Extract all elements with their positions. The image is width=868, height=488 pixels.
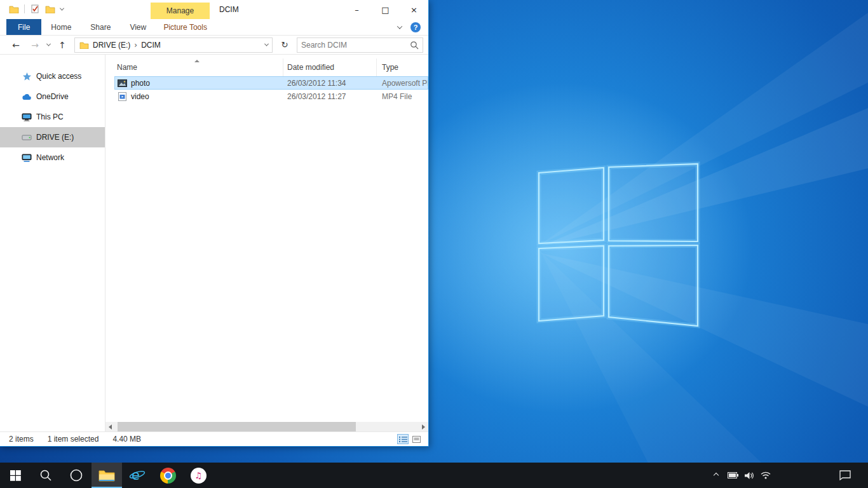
- star-icon: [22, 71, 32, 81]
- recent-locations-chevron-icon[interactable]: [46, 42, 51, 46]
- speaker-icon[interactable]: [741, 463, 757, 488]
- file-date-modified: 26/03/2012 11:27: [283, 92, 377, 101]
- file-list-pane: Name Date modified Type photo 26/03/2012…: [105, 55, 428, 431]
- column-header-type[interactable]: Type: [377, 58, 428, 76]
- file-explorer-taskbar-button[interactable]: [92, 463, 122, 488]
- search-input[interactable]: [301, 41, 410, 50]
- itunes-icon: ♫: [191, 468, 207, 484]
- photo-file-icon: [117, 78, 127, 88]
- window-title: DCIM: [219, 5, 239, 14]
- column-header-name[interactable]: Name: [105, 58, 283, 76]
- breadcrumb-segment-drive[interactable]: DRIVE (E:): [93, 41, 130, 50]
- expand-ribbon-chevron-icon[interactable]: [397, 24, 402, 29]
- breadcrumb-segment-dcim[interactable]: DCIM: [141, 41, 161, 50]
- status-bar: 2 items 1 item selected 4.40 MB: [0, 431, 428, 446]
- explorer-window: Manage DCIM – □ × File Home Share View P…: [0, 0, 429, 447]
- sidebar-item-quick-access[interactable]: Quick access: [0, 66, 105, 86]
- tab-picture-tools[interactable]: Picture Tools: [156, 19, 215, 35]
- new-folder-icon[interactable]: [45, 4, 55, 14]
- start-button[interactable]: [0, 463, 31, 488]
- chrome-icon: [160, 468, 176, 484]
- folder-icon: [79, 40, 89, 50]
- column-header-date-modified[interactable]: Date modified: [283, 58, 377, 76]
- action-center-icon[interactable]: [830, 463, 860, 488]
- sidebar-item-label: Quick access: [36, 72, 81, 81]
- hidden-icons-chevron-icon[interactable]: [708, 463, 724, 488]
- file-row-video[interactable]: video 26/03/2012 11:27 MP4 File: [114, 90, 428, 103]
- file-type: Apowersoft Pho: [377, 79, 428, 88]
- address-dropdown-chevron-icon[interactable]: [264, 42, 269, 46]
- sidebar-item-label: This PC: [36, 112, 64, 121]
- scrollbar-thumb[interactable]: [118, 422, 356, 431]
- search-box[interactable]: [297, 37, 423, 53]
- close-button[interactable]: ×: [400, 0, 428, 19]
- help-icon[interactable]: ?: [410, 22, 421, 32]
- back-button[interactable]: ←: [9, 40, 23, 50]
- status-items-count: 2 items: [9, 435, 34, 444]
- ribbon-tab-row: File Home Share View Picture Tools ?: [0, 19, 428, 36]
- navigation-bar: ← → ↑ DRIVE (E:) › DCIM ↻: [0, 36, 428, 55]
- breadcrumb-separator-icon: ›: [134, 41, 137, 50]
- column-headers: Name Date modified Type: [105, 58, 428, 76]
- explorer-app-icon: [9, 4, 19, 14]
- itunes-button[interactable]: ♫: [183, 463, 214, 488]
- scroll-right-arrow-icon[interactable]: [419, 422, 428, 431]
- details-view-button[interactable]: [397, 434, 409, 444]
- cortana-icon: [69, 468, 83, 482]
- properties-icon[interactable]: [30, 4, 40, 14]
- windows-start-icon: [10, 470, 21, 481]
- drive-icon: [22, 132, 32, 142]
- address-bar[interactable]: DRIVE (E:) › DCIM: [74, 37, 273, 53]
- minimize-button[interactable]: –: [342, 0, 371, 19]
- chrome-button[interactable]: [153, 463, 183, 488]
- tab-home[interactable]: Home: [41, 19, 81, 35]
- window-body: Quick access OneDrive This PC DRIVE (E:): [0, 55, 428, 431]
- file-row-photo[interactable]: photo 26/03/2012 11:34 Apowersoft Pho: [114, 76, 428, 90]
- svg-text:e: e: [132, 468, 140, 483]
- search-icon: [39, 469, 52, 482]
- window-controls: – □ ×: [342, 0, 428, 19]
- quick-access-toolbar: [9, 4, 64, 14]
- scrollbar-track[interactable]: [115, 422, 419, 431]
- sidebar-item-this-pc[interactable]: This PC: [0, 107, 105, 127]
- forward-button[interactable]: →: [28, 40, 42, 50]
- file-type: MP4 File: [377, 92, 428, 101]
- file-name: photo: [131, 79, 150, 88]
- tab-file[interactable]: File: [6, 19, 41, 35]
- customize-toolbar-chevron-icon[interactable]: [60, 6, 64, 10]
- navigation-pane: Quick access OneDrive This PC DRIVE (E:): [0, 55, 105, 431]
- taskbar: e ♫: [0, 463, 868, 488]
- internet-explorer-button[interactable]: e: [122, 463, 153, 488]
- computer-icon: [22, 112, 32, 122]
- file-date-modified: 26/03/2012 11:34: [283, 79, 377, 88]
- file-explorer-icon: [98, 469, 115, 482]
- up-button[interactable]: ↑: [55, 40, 69, 50]
- sidebar-item-drive-e[interactable]: DRIVE (E:): [0, 127, 105, 147]
- sidebar-item-label: DRIVE (E:): [36, 133, 74, 142]
- horizontal-scrollbar[interactable]: [105, 422, 428, 431]
- manage-context-label[interactable]: Manage: [151, 3, 210, 19]
- sidebar-item-network[interactable]: Network: [0, 147, 105, 168]
- toolbar-divider: [24, 4, 25, 13]
- large-icons-view-button[interactable]: [410, 434, 422, 444]
- scroll-left-arrow-icon[interactable]: [105, 422, 115, 431]
- tab-view[interactable]: View: [120, 19, 156, 35]
- status-size: 4.40 MB: [112, 435, 141, 444]
- sidebar-item-label: OneDrive: [36, 92, 69, 101]
- taskbar-search-button[interactable]: [31, 463, 61, 488]
- video-file-icon: [117, 92, 127, 102]
- status-selection: 1 item selected: [48, 435, 99, 444]
- network-wifi-icon[interactable]: [757, 463, 774, 488]
- sidebar-item-label: Network: [36, 153, 64, 162]
- battery-icon[interactable]: [724, 463, 741, 488]
- file-name: video: [131, 92, 149, 101]
- tab-share[interactable]: Share: [81, 19, 120, 35]
- titlebar: Manage DCIM – □ ×: [0, 0, 428, 19]
- cortana-button[interactable]: [61, 463, 92, 488]
- refresh-button[interactable]: ↻: [278, 40, 292, 50]
- search-icon: [410, 41, 419, 50]
- maximize-button[interactable]: □: [371, 0, 400, 19]
- cloud-icon: [22, 92, 32, 102]
- details-view-icon: [399, 436, 407, 443]
- sidebar-item-onedrive[interactable]: OneDrive: [0, 86, 105, 107]
